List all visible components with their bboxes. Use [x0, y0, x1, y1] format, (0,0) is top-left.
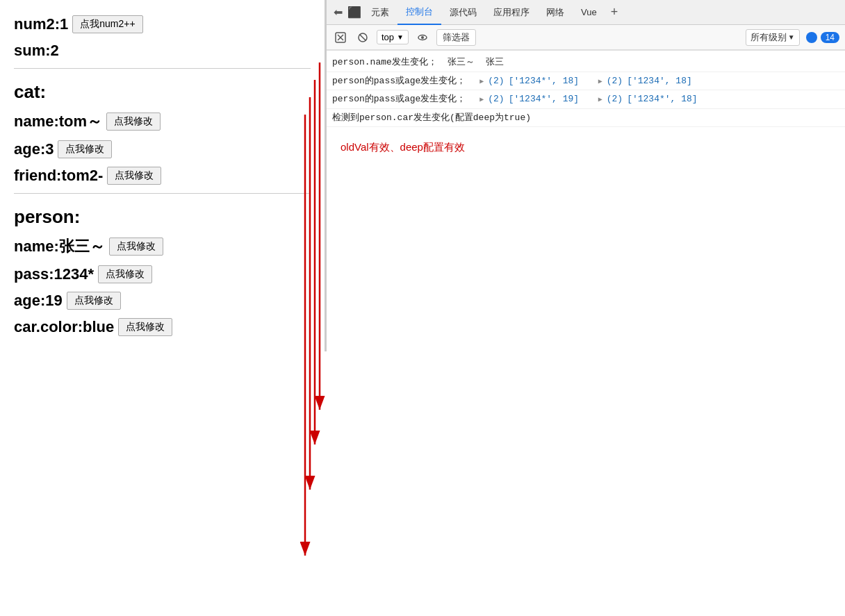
bubble-icon [805, 31, 818, 44]
block-icon [357, 32, 368, 43]
person-pass-button[interactable]: 点我修改 [98, 265, 152, 283]
person-name-label: name:张三～ [14, 236, 105, 257]
tab-add-button[interactable]: + [605, 2, 624, 22]
console-line-3-arr1-count: (2) [488, 92, 504, 106]
cat-title: cat: [14, 81, 311, 103]
console-output: person.name发生变化； 张三～ 张三 person的pass或age发… [327, 50, 845, 616]
divider-1 [14, 68, 311, 69]
tab-network[interactable]: 网络 [538, 1, 573, 24]
tab-application[interactable]: 应用程序 [485, 1, 538, 24]
console-line-3-arr2-count: (2) [607, 92, 623, 106]
person-title: person: [14, 206, 311, 228]
devtools-tabs-bar: ⬅ ⬛ 元素 控制台 源代码 应用程序 网络 Vue + [327, 0, 845, 25]
left-panel: num2:1 点我num2++ sum:2 cat: name:tom～ 点我修… [0, 0, 327, 351]
person-name-button[interactable]: 点我修改 [109, 238, 163, 256]
top-label: top [382, 32, 394, 42]
console-line-3-arr2-val: ['1234*', 18] [627, 92, 697, 106]
cat-age-button[interactable]: 点我修改 [58, 140, 112, 158]
divider-2 [14, 193, 311, 194]
tab-elements[interactable]: 元素 [363, 1, 397, 24]
expand-icon-3b[interactable]: ▶ [598, 94, 602, 105]
filter-level-label: 所有级别 [750, 31, 787, 44]
person-pass-row: pass:1234* 点我修改 [14, 265, 311, 283]
person-car-label: car.color:blue [14, 318, 114, 336]
console-line-3-arr1-val: ['1234*', 19] [509, 92, 579, 106]
sum-row: sum:2 [14, 42, 311, 60]
console-line-4: 检测到person.car发生变化(配置deep为true) [327, 109, 845, 128]
sum-label: sum:2 [14, 42, 59, 60]
cat-name-label: name:tom～ [14, 111, 102, 132]
console-line-2-arr1-count: (2) [488, 74, 504, 88]
top-chevron-icon: ▼ [397, 33, 404, 41]
console-line-2: person的pass或age发生变化； ▶ (2) ['1234*', 18]… [327, 72, 845, 91]
name-row: name:tom～ 点我修改 [14, 111, 311, 132]
filter-level-chevron-icon: ▼ [788, 33, 795, 41]
person-pass-label: pass:1234* [14, 265, 94, 283]
friend-button[interactable]: 点我修改 [107, 167, 161, 185]
svg-point-12 [806, 32, 817, 43]
friend-label: friend:tom2- [14, 167, 103, 185]
person-age-row: age:19 点我修改 [14, 292, 311, 310]
eye-button[interactable] [414, 29, 431, 46]
clear-console-button[interactable] [332, 29, 349, 46]
console-line-2-arr2-count: (2) [607, 74, 623, 88]
console-line-1: person.name发生变化； 张三～ 张三 [327, 53, 845, 72]
eye-icon [417, 32, 428, 43]
expand-icon-2b[interactable]: ▶ [598, 76, 602, 87]
person-car-row: car.color:blue 点我修改 [14, 318, 311, 336]
friend-row: friend:tom2- 点我修改 [14, 167, 311, 185]
person-age-button[interactable]: 点我修改 [67, 292, 121, 310]
svg-point-11 [421, 36, 424, 39]
console-line-3: person的pass或age发生变化； ▶ (2) ['1234*', 19]… [327, 90, 845, 109]
top-selector[interactable]: top ▼ [377, 30, 409, 44]
clear-icon [335, 32, 346, 43]
age-row: age:3 点我修改 [14, 140, 311, 158]
svg-line-9 [360, 34, 366, 40]
num2-row: num2:1 点我num2++ [14, 15, 311, 33]
num2-button[interactable]: 点我num2++ [72, 15, 142, 33]
annotation-area: oldVal有效、deep配置有效 [327, 127, 845, 154]
expand-icon-3a[interactable]: ▶ [479, 94, 484, 105]
console-line-4-text: 检测到person.car发生变化(配置deep为true) [332, 111, 531, 125]
console-line-1-text: person.name发生变化； 张三～ 张三 [332, 56, 504, 69]
devtools-toolbar: top ▼ 筛选器 所有级别 ▼ 14 [327, 25, 845, 50]
console-line-2-arr2-val: ['1234', 18] [627, 74, 692, 88]
person-car-button[interactable]: 点我修改 [118, 318, 172, 336]
tab-vue[interactable]: Vue [573, 1, 605, 23]
tab-source[interactable]: 源代码 [441, 1, 485, 24]
cat-age-label: age:3 [14, 140, 54, 158]
person-age-label: age:19 [14, 292, 63, 310]
console-line-2-arr1-val: ['1234*', 18] [509, 74, 579, 88]
console-badge: 14 [821, 32, 839, 43]
person-name-row: name:张三～ 点我修改 [14, 236, 311, 257]
num2-label: num2:1 [14, 15, 68, 33]
tab-console[interactable]: 控制台 [397, 0, 441, 25]
filter-input[interactable]: 筛选器 [436, 29, 476, 46]
filter-level-selector[interactable]: 所有级别 ▼ [746, 29, 800, 46]
devtools-panel: ⬅ ⬛ 元素 控制台 源代码 应用程序 网络 Vue + top ▼ [327, 0, 845, 616]
expand-icon-2a[interactable]: ▶ [479, 76, 484, 87]
console-line-2-prefix: person的pass或age发生变化； [332, 74, 466, 88]
devtools-forward-button[interactable]: ⬛ [346, 4, 363, 21]
devtools-back-button[interactable]: ⬅ [329, 4, 346, 21]
block-icon-button[interactable] [354, 29, 371, 46]
annotation-text: oldVal有效、deep配置有效 [341, 141, 465, 153]
badge-area[interactable]: 14 [805, 31, 839, 44]
console-line-3-prefix: person的pass或age发生变化； [332, 92, 466, 106]
cat-name-button[interactable]: 点我修改 [106, 113, 161, 131]
